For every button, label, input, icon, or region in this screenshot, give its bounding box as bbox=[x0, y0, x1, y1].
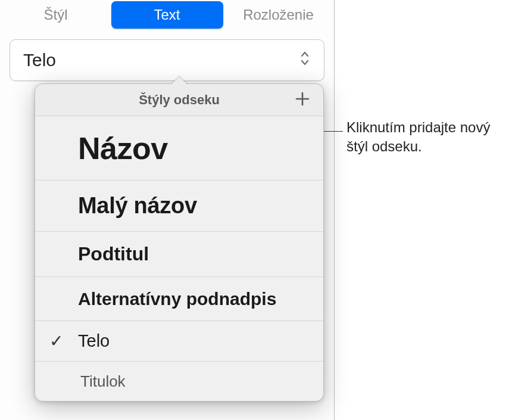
callout-text: Kliknutím pridajte nový štýl odseku. bbox=[346, 118, 507, 157]
current-style-label: Telo bbox=[23, 50, 56, 70]
style-item-label: Titulok bbox=[80, 372, 126, 391]
checkmark-icon: ✓ bbox=[49, 331, 63, 351]
tab-layout-label: Rozloženie bbox=[243, 7, 314, 23]
tab-style-label: Štýl bbox=[43, 7, 67, 23]
tab-layout[interactable]: Rozloženie bbox=[223, 0, 334, 30]
style-item-label: Malý názov bbox=[78, 193, 197, 219]
style-item-alt-subtitle[interactable]: Alternatívny podnadpis bbox=[35, 277, 323, 321]
style-item-body[interactable]: ✓ Telo bbox=[35, 321, 323, 362]
style-item-small-title[interactable]: Malý názov bbox=[35, 181, 323, 232]
tab-style[interactable]: Štýl bbox=[0, 0, 111, 30]
chevron-updown-icon bbox=[300, 50, 310, 70]
style-item-label: Podtitul bbox=[78, 243, 149, 265]
style-item-label: Alternatívny podnadpis bbox=[78, 289, 276, 309]
style-list: Názov Malý názov Podtitul Alternatívny p… bbox=[35, 116, 323, 401]
inspector-panel: Štýl Text Rozloženie Telo Štýly odseku bbox=[0, 0, 335, 420]
paragraph-style-area: Telo bbox=[0, 30, 334, 81]
add-style-button[interactable] bbox=[295, 91, 310, 109]
paragraph-styles-popover: Štýly odseku Názov Malý názov Podtitul A… bbox=[35, 83, 324, 402]
style-item-title[interactable]: Názov bbox=[35, 116, 323, 181]
style-item-label: Názov bbox=[78, 130, 168, 166]
plus-icon bbox=[295, 91, 310, 107]
style-item-subtitle[interactable]: Podtitul bbox=[35, 232, 323, 277]
style-item-caption[interactable]: Titulok bbox=[35, 362, 323, 401]
popover-header: Štýly odseku bbox=[35, 84, 323, 116]
popover-title: Štýly odseku bbox=[139, 92, 220, 108]
paragraph-style-dropdown[interactable]: Telo bbox=[10, 39, 324, 81]
style-item-label: Telo bbox=[78, 331, 110, 351]
tab-text-label: Text bbox=[154, 7, 180, 23]
inspector-tabs: Štýl Text Rozloženie bbox=[0, 0, 334, 30]
